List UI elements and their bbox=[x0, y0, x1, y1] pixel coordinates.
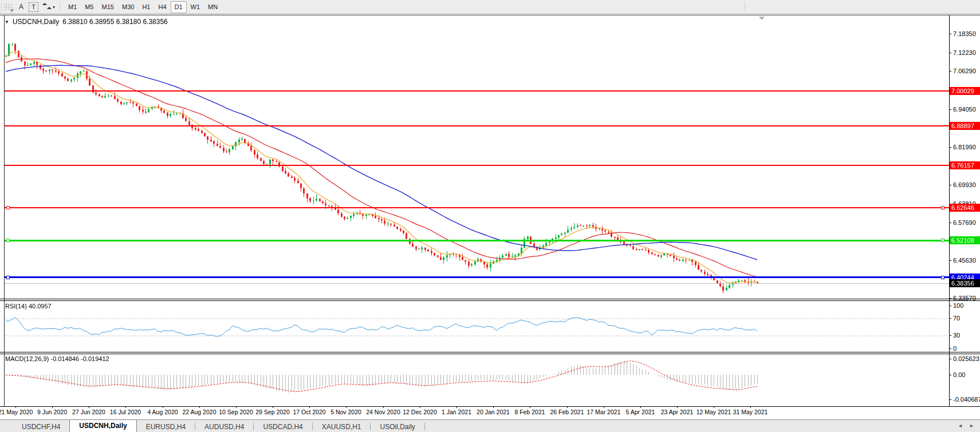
price-axis-tickmark bbox=[949, 223, 951, 223]
current-price-badge: 6.38356 bbox=[950, 279, 980, 287]
macd-axis-tickmark bbox=[949, 375, 951, 375]
horizontal-line-6.76157[interactable] bbox=[5, 165, 949, 166]
terminal-window: F A T ▾ M1M5M15M30H1H4D1W1MN ▼ USDCNH,Da… bbox=[0, 0, 980, 432]
horizontal-line-6.62646[interactable] bbox=[5, 207, 949, 208]
line-handle-left[interactable] bbox=[6, 276, 10, 279]
price-axis-tickmark bbox=[949, 147, 951, 148]
macd-axis-tickmark bbox=[949, 359, 951, 359]
price-axis-tickmark bbox=[949, 298, 951, 299]
chart-title: ▼ USDCNH,Daily 6.38810 6.38955 6.38180 6… bbox=[5, 18, 168, 26]
horizontal-line-7.00029[interactable] bbox=[5, 90, 949, 92]
price-line-badge: 6.76157 bbox=[950, 161, 980, 169]
price-axis-tickmark bbox=[949, 185, 951, 185]
price-line-badge: 6.88897 bbox=[950, 122, 980, 130]
price-axis-tickmark bbox=[949, 53, 951, 53]
line-handle-left[interactable] bbox=[6, 206, 10, 209]
macd-indicator-label: MACD(12,26,9) -0.014846 -0.019412 bbox=[5, 355, 109, 362]
collapse-triangle-icon[interactable]: ▼ bbox=[5, 19, 9, 25]
chart-ohlc-values: 6.38810 6.38955 6.38180 6.38356 bbox=[62, 18, 168, 26]
rsi-indicator-label: RSI(14) 40.0957 bbox=[5, 303, 52, 310]
price-axis-tickmark bbox=[949, 71, 951, 72]
chart-symbol-period: USDCNH,Daily bbox=[13, 18, 59, 26]
horizontal-line-6.52108[interactable] bbox=[5, 240, 949, 241]
chart-shift-marker-icon[interactable] bbox=[759, 17, 765, 20]
price-line-badge: 7.00029 bbox=[950, 87, 980, 95]
line-handle-right[interactable] bbox=[941, 206, 944, 209]
horizontal-line-6.88897[interactable] bbox=[5, 125, 949, 126]
macd-axis-tickmark bbox=[949, 399, 951, 400]
line-handle-right[interactable] bbox=[941, 276, 944, 279]
price-axis-tickmark bbox=[949, 260, 951, 261]
line-handle-right[interactable] bbox=[941, 239, 944, 242]
current-price-line bbox=[5, 283, 949, 284]
price-axis-tickmark bbox=[949, 109, 951, 110]
price-axis-tickmark bbox=[949, 34, 951, 34]
rsi-axis-tickmark bbox=[949, 306, 951, 306]
price-line-badge: 6.52108 bbox=[950, 236, 980, 244]
rsi-axis-tickmark bbox=[949, 348, 951, 349]
rsi-axis-tickmark bbox=[949, 335, 951, 336]
chart-canvas[interactable] bbox=[0, 0, 980, 432]
horizontal-line-6.40244[interactable] bbox=[5, 276, 949, 278]
rsi-axis-tickmark bbox=[949, 318, 951, 319]
line-handle-left[interactable] bbox=[6, 239, 10, 242]
price-line-badge: 6.62646 bbox=[950, 204, 980, 212]
